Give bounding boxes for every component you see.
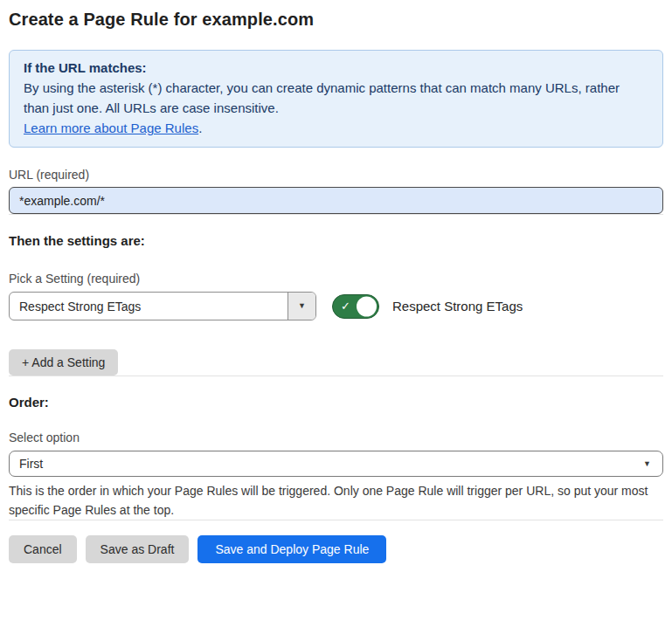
info-box-link-line: Learn more about Page Rules. (24, 118, 648, 138)
order-select[interactable]: First ▼ (9, 451, 663, 477)
save-draft-button[interactable]: Save as Draft (86, 535, 190, 563)
cancel-button[interactable]: Cancel (9, 535, 77, 563)
link-suffix: . (198, 121, 202, 135)
setting-dropdown-value: Respect Strong ETags (10, 300, 141, 314)
footer-actions: Cancel Save as Draft Save and Deploy Pag… (9, 535, 663, 563)
order-select-value: First (19, 457, 43, 471)
settings-heading: Then the settings are: (9, 233, 663, 249)
learn-more-link[interactable]: Learn more about Page Rules (24, 121, 198, 135)
url-label: URL (required) (9, 168, 663, 182)
toggle-knob (357, 296, 377, 316)
url-match-info-box: If the URL matches: By using the asteris… (9, 50, 663, 148)
setting-row: Respect Strong ETags ▼ ✓ Respect Strong … (9, 292, 663, 320)
create-page-rule-form: Create a Page Rule for example.com If th… (0, 0, 672, 627)
toggle-label: Respect Strong ETags (392, 299, 523, 314)
save-deploy-button[interactable]: Save and Deploy Page Rule (197, 535, 386, 563)
pick-setting-label: Pick a Setting (required) (9, 272, 663, 286)
setting-dropdown[interactable]: Respect Strong ETags ▼ (9, 292, 316, 320)
chevron-down-icon: ▼ (298, 302, 306, 310)
section-divider (9, 520, 663, 520)
add-setting-button[interactable]: + Add a Setting (9, 349, 118, 376)
etags-toggle[interactable]: ✓ (332, 294, 379, 319)
section-divider (9, 376, 663, 376)
section-divider (9, 214, 663, 215)
chevron-down-icon: ▼ (643, 460, 651, 468)
info-box-heading: If the URL matches: (24, 58, 648, 78)
check-icon: ✓ (341, 300, 350, 312)
info-box-body: By using the asterisk (*) character, you… (24, 78, 648, 118)
page-title: Create a Page Rule for example.com (9, 9, 663, 30)
url-input[interactable] (9, 187, 663, 214)
select-option-label: Select option (9, 431, 663, 444)
order-heading: Order: (9, 395, 663, 410)
setting-dropdown-arrow-button[interactable]: ▼ (288, 293, 315, 320)
order-help-text: This is the order in which your Page Rul… (9, 481, 663, 520)
